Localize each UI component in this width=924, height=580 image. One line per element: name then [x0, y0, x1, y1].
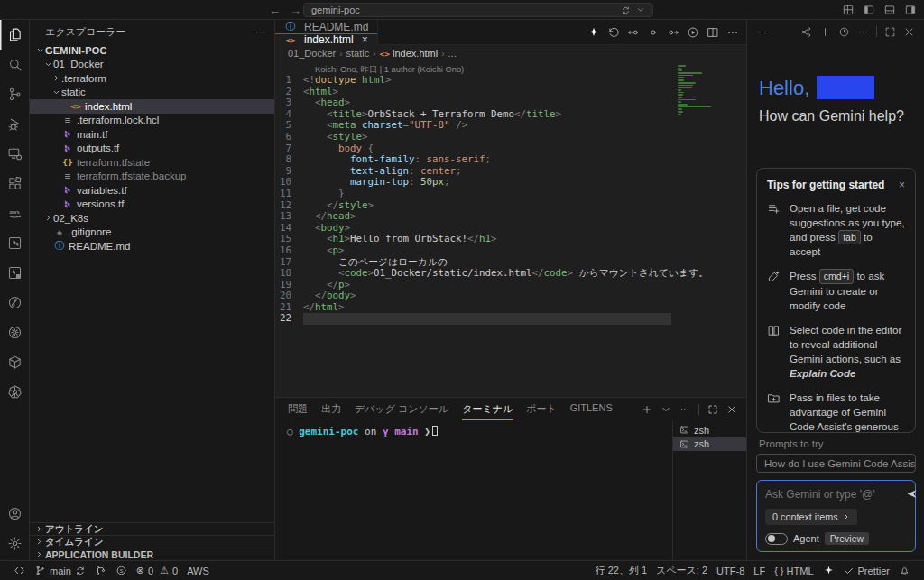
breadcrumb-item-static[interactable]: static	[346, 48, 370, 59]
toggle-panel-icon[interactable]	[883, 4, 896, 16]
prev-change-icon[interactable]	[627, 26, 640, 39]
tab-close-icon[interactable]: ×	[362, 33, 368, 46]
panel-tab-デバッグ コンソール[interactable]: デバッグ コンソール	[355, 399, 448, 420]
close-panel-icon[interactable]	[726, 404, 737, 415]
activity-item-kubernetes[interactable]	[0, 377, 29, 407]
timeline-icon[interactable]	[607, 26, 620, 39]
agent-toggle[interactable]	[765, 533, 788, 545]
editor-tab-README.md[interactable]: ⓘREADME.md	[275, 20, 378, 33]
sidebar-section-APPLICATION BUILDER[interactable]: APPLICATION BUILDER	[30, 548, 274, 560]
file-tree-item-GEMINI-POC[interactable]: GEMINI-POC	[30, 43, 274, 58]
terminal-instance-zsh[interactable]: zsh	[673, 437, 746, 452]
terminal-content[interactable]: ○ gemini-poc on γ main ❯	[275, 421, 672, 560]
status-language-mode[interactable]: { } HTML	[770, 566, 818, 576]
activity-item-terraform-cloud[interactable]	[0, 258, 29, 288]
activity-item-settings[interactable]	[0, 529, 29, 558]
maximize-icon[interactable]	[884, 26, 896, 38]
status-compare-branch[interactable]	[90, 565, 111, 576]
file-tree-item-.gitignore[interactable]: ◈.gitignore	[30, 226, 274, 240]
more-actions-icon[interactable]	[679, 404, 690, 415]
context-items-button[interactable]: 0 context items	[765, 509, 857, 525]
file-tree-item-variables.tf[interactable]: variables.tf	[30, 183, 274, 198]
file-tree-item-outputs.tf[interactable]: outputs.tf	[30, 142, 274, 156]
breadcrumb-item-index.html[interactable]: <>index.html	[380, 48, 439, 59]
status-branch[interactable]: main	[30, 565, 90, 576]
minimap[interactable]	[678, 65, 743, 173]
activity-item-source-control[interactable]	[0, 79, 29, 109]
activity-item-remote-explorer[interactable]	[0, 139, 29, 169]
activity-item-gitlens[interactable]	[0, 318, 29, 347]
breadcrumb-item-01_Docker[interactable]: 01_Docker	[288, 48, 336, 59]
explorer-more-actions-icon[interactable]: ···	[255, 26, 265, 37]
breadcrumb-item-...[interactable]: ...	[448, 48, 457, 59]
status-gitlens-status[interactable]: S	[111, 565, 132, 576]
code-editor[interactable]: Koichi Ono, 昨日 | 1 author (Koichi Ono) 1…	[275, 61, 746, 397]
nav-forward-button[interactable]: →	[290, 4, 301, 17]
activity-item-search[interactable]	[0, 50, 29, 79]
refresh-icon[interactable]	[621, 5, 631, 15]
file-tree-item-.terraform[interactable]: .terraform	[30, 71, 274, 86]
activity-item-run-debug[interactable]	[0, 109, 29, 139]
customize-layout-icon[interactable]	[842, 4, 855, 16]
tips-close-icon[interactable]: ×	[899, 179, 905, 191]
status-indentation[interactable]: スペース: 2	[651, 564, 712, 577]
file-tree-item-02_K8s[interactable]: 02_K8s	[30, 211, 274, 226]
activity-item-accounts[interactable]	[0, 499, 29, 529]
panel-tab-問題[interactable]: 問題	[288, 399, 308, 420]
nav-back-button[interactable]: ←	[269, 4, 281, 17]
status-encoding[interactable]: UTF-8	[712, 566, 749, 576]
status-eol[interactable]: LF	[749, 566, 770, 576]
gemini-chat-input[interactable]	[765, 488, 905, 501]
split-editor-icon[interactable]	[707, 26, 719, 39]
file-tree-item-static[interactable]: static	[30, 86, 274, 100]
file-tree-item-main.tf[interactable]: main.tf	[30, 127, 274, 142]
activity-item-terraform[interactable]	[0, 228, 29, 258]
compare-icon[interactable]	[647, 26, 660, 39]
new-terminal-icon[interactable]	[642, 404, 652, 415]
editor-tab-index.html[interactable]: <>index.html×	[275, 33, 378, 46]
file-tree-item-terraform.tfstate.backup[interactable]: ≡terraform.tfstate.backup	[30, 170, 274, 184]
file-tree-item-README.md[interactable]: ⓘREADME.md	[30, 239, 274, 253]
panel-tab-ターミナル[interactable]: ターミナル	[462, 399, 513, 420]
maximize-panel-icon[interactable]	[707, 404, 718, 415]
file-tree-item-.terraform.lock.hcl[interactable]: ≡.terraform.lock.hcl	[30, 114, 274, 128]
run-icon[interactable]	[687, 26, 699, 39]
launch-profile-icon[interactable]	[661, 404, 671, 415]
command-center[interactable]: gemini-poc	[303, 3, 653, 17]
panel-tab-出力[interactable]: 出力	[321, 399, 341, 420]
file-tree-item-terraform.tfstate[interactable]: {}terraform.tfstate	[30, 155, 274, 170]
status-problems[interactable]: ⊗0⚠0	[132, 565, 182, 576]
close-icon[interactable]	[903, 26, 915, 38]
gemini-sparkle-icon[interactable]	[587, 26, 600, 39]
more-actions-icon[interactable]	[726, 26, 739, 39]
status-cursor-position[interactable]: 行 22、列 1	[591, 564, 651, 577]
sidebar-section-アウトライン[interactable]: アウトライン	[30, 522, 274, 535]
toggle-primary-sidebar-icon[interactable]	[863, 4, 875, 16]
prompt-suggestion[interactable]: How do I use Gemini Code Assist?	[756, 454, 916, 473]
conversation-graph-icon[interactable]	[800, 26, 812, 38]
activity-item-containers[interactable]	[0, 347, 29, 377]
panel-tab-ポート[interactable]: ポート	[526, 399, 557, 420]
activity-item-aws[interactable]: aws	[0, 198, 29, 228]
panel-tab-GITLENS[interactable]: GITLENS	[570, 399, 613, 420]
activity-item-commit-graph[interactable]	[0, 288, 29, 318]
file-tree-item-versions.tf[interactable]: versions.tf	[30, 198, 274, 212]
file-tree-item-01_Docker[interactable]: 01_Docker	[30, 58, 274, 72]
sidebar-section-タイムライン[interactable]: タイムライン	[30, 535, 274, 548]
status-remote[interactable]	[9, 565, 30, 576]
status-notifications[interactable]	[894, 565, 915, 576]
history-icon[interactable]	[838, 26, 850, 38]
terminal-instance-zsh[interactable]: zsh	[673, 423, 746, 437]
status-gemini-status[interactable]	[818, 565, 839, 576]
more-actions-icon[interactable]	[756, 26, 768, 38]
new-chat-icon[interactable]	[819, 26, 831, 38]
status-aws[interactable]: AWS	[182, 566, 214, 576]
activity-item-extensions[interactable]	[0, 169, 29, 198]
more-actions-icon[interactable]	[857, 26, 869, 38]
chevron-down-icon[interactable]	[636, 5, 645, 14]
status-formatter[interactable]: Prettier	[839, 566, 894, 576]
activity-item-explorer[interactable]	[0, 20, 29, 50]
toggle-secondary-sidebar-icon[interactable]	[904, 4, 917, 16]
send-icon[interactable]	[905, 487, 919, 501]
file-tree-item-index.html[interactable]: <>index.html	[30, 99, 274, 114]
